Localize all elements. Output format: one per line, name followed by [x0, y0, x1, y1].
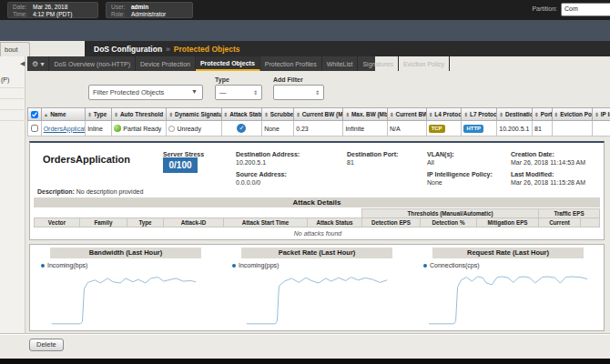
current-bw-value: 0.23 [294, 121, 343, 136]
attack-details-header: Attack Details [34, 197, 600, 207]
last-modified-value: Mar 26, 2018 11:15:28 AM [511, 178, 585, 187]
tab-whitelist[interactable]: WhiteList [322, 56, 359, 71]
chart-title: Packet Rate (Last Hour) [241, 248, 392, 258]
l4-protocol-badge: TCP [427, 121, 463, 136]
attack-col-current: Current [539, 218, 581, 228]
type-filter-label: Type [215, 76, 229, 83]
column-header-port[interactable]: ⇕Port [533, 107, 552, 121]
gear-menu-tab[interactable]: ⚙ ▾ [27, 56, 49, 71]
footer-bar [0, 335, 610, 359]
date-time-box: Date:Mar 26, 2018 Time:4:12 PM (PDT) [7, 2, 98, 18]
tab-strip: ⚙ ▾ DoS Overview (non-HTTP)Device Protec… [27, 56, 375, 71]
filter-funnel-icon[interactable]: ▼ [191, 88, 198, 95]
dos-configuration-screen: Date:Mar 26, 2018 Time:4:12 PM (PDT) Use… [0, 0, 610, 364]
attack-col-mitigation-eps: Mitigation EPS [477, 218, 539, 228]
attack-columns-header-row: VectorFamilyTypeAttack-IDAttack Start Ti… [35, 218, 600, 228]
ip-intelligence-value [593, 121, 610, 136]
date-label: Date: [13, 4, 33, 11]
detail-title: OrdersApplication [43, 154, 130, 165]
sort-icon: ⇕ [224, 112, 229, 117]
source-address-value: 0.0.0.0/0 [236, 178, 300, 187]
chart-plot-area [227, 268, 407, 327]
column-header-name[interactable]: ▲Name [42, 107, 86, 121]
l7-protocol-badge: HTTP [462, 121, 497, 136]
delete-button[interactable]: Delete [29, 339, 64, 351]
max-bw-value: Infinite [343, 121, 388, 136]
row-checkbox[interactable] [27, 121, 42, 136]
description-row: Description: No description provided [37, 188, 143, 195]
column-header-current-bw-[interactable]: ⇕Current BW % [388, 107, 427, 121]
chart-plot-area [36, 268, 216, 327]
protected-objects-table: ▲Name⇕Type⇕Auto Threshold⇕Dynamic Signat… [27, 107, 610, 136]
tab-eviction-policy[interactable]: Eviction Policy [399, 56, 450, 71]
breadcrumb-separator: » [166, 45, 170, 54]
column-header-attack-status[interactable]: ⇕Attack Status [222, 107, 263, 121]
role-value: Administrator [131, 11, 166, 17]
blue-check-icon: ✓ [237, 124, 246, 133]
nav-divider [0, 109, 24, 110]
column-header-ip-intelligence[interactable]: ⇕IP Intelligence [593, 107, 610, 121]
attack-col-attack-start-time: Attack Start Time [224, 218, 308, 228]
ip-intelligence-value: None [427, 178, 493, 187]
legend-dot-icon [232, 264, 236, 268]
column-header-max-bw-mbps-[interactable]: ⇕Max. BW (Mbps) [343, 107, 388, 121]
table-row[interactable]: OrdersApplicationInlinePartial ReadyUnre… [27, 121, 610, 136]
type-value: Inline [86, 121, 112, 136]
attack-col-attack-id: Attack-ID [164, 218, 224, 228]
breadcrumb-page: Protected Objects [174, 45, 240, 54]
detail-address-column: Destination Address:10.200.5.1 Source Ad… [236, 150, 300, 190]
chart-title: Request Rate (Last Hour) [432, 248, 584, 258]
attack-status-icon: ✓ [222, 121, 263, 136]
creation-date-value: Mar 26, 2018 11:14:53 AM [511, 158, 585, 167]
sort-icon: ⇕ [345, 112, 350, 117]
select-arrows-icon: ⇕ [315, 89, 320, 96]
collapse-sidebar-icon[interactable]: ◀ [20, 60, 25, 67]
chart-legend: Incoming(pps) [232, 262, 279, 268]
column-header-l4-protocols[interactable]: ⇕L4 Protocols [427, 107, 463, 121]
column-header-current-bw-mbps-[interactable]: ⇕Current BW (Mbps) [294, 107, 343, 121]
chart-legend: Connections(cps) [423, 262, 479, 268]
tab-protected-objects[interactable]: Protected Objects [196, 56, 260, 71]
column-header-destination[interactable]: ⇕Destination [497, 107, 533, 121]
sort-icon: ⇕ [554, 112, 559, 117]
object-name-link[interactable]: OrdersApplication [42, 121, 86, 136]
type-filter-select[interactable]: —⇕ [215, 85, 262, 100]
tab-device-protection[interactable]: Device Protection [136, 56, 196, 71]
column-header-scrubber[interactable]: ⇕Scrubber [262, 107, 294, 121]
nav-item-fragment[interactable]: (P) [1, 76, 9, 83]
destination-port-value: 81 [347, 158, 398, 167]
sort-icon: ⇕ [87, 112, 92, 117]
tab-signatures[interactable]: Signatures [358, 56, 398, 71]
sort-icon: ⇕ [595, 112, 599, 117]
sort-icon: ⇕ [463, 112, 468, 117]
select-all-checkbox[interactable] [27, 107, 42, 121]
partition-select[interactable]: Com [561, 3, 610, 16]
column-header-eviction-policy[interactable]: ⇕Eviction Policy [553, 107, 594, 121]
detail-port-column: Destination Port:81 [347, 150, 398, 170]
vlan-value: All [427, 158, 493, 167]
destination-value: 10.200.5.1 [497, 121, 533, 136]
filter-protected-objects-input[interactable] [88, 85, 203, 100]
column-header-auto-threshold[interactable]: ⇕Auto Threshold [112, 107, 167, 121]
tab-protection-profiles[interactable]: Protection Profiles [260, 56, 322, 71]
user-label: User: [111, 4, 131, 11]
auto-threshold-status: Partial Ready [112, 121, 167, 136]
destination-address-value: 10.200.5.1 [236, 158, 300, 167]
partition-label: Partition: [532, 5, 557, 12]
sort-icon: ⇕ [534, 112, 539, 117]
legend-dot-icon [423, 264, 427, 268]
attack-col-vector: Vector [35, 218, 80, 228]
tab-dos-overview-non-http-[interactable]: DoS Overview (non-HTTP) [49, 56, 136, 71]
attack-group-header-row: Thresholds (Manual/Automatic) Traffic EP… [35, 209, 600, 218]
nav-divider [0, 98, 24, 99]
add-filter-select[interactable]: ⇕ [273, 85, 324, 100]
column-header-dynamic-signatures[interactable]: ⇕Dynamic Signatures [167, 107, 221, 121]
breadcrumb-section: DoS Configuration [94, 45, 162, 54]
gear-icon: ⚙ ▾ [32, 60, 44, 68]
column-header-type[interactable]: ⇕Type [86, 107, 112, 121]
sidebar-about-tab[interactable]: bout [0, 42, 30, 56]
column-header-l7-protocols[interactable]: ⇕L7 Protocols [462, 107, 497, 121]
current-bw-pct-value: N/A [388, 121, 427, 136]
attack-col-detection-: Detection % [421, 218, 477, 228]
attack-col-detection-eps: Detection EPS [362, 218, 421, 228]
